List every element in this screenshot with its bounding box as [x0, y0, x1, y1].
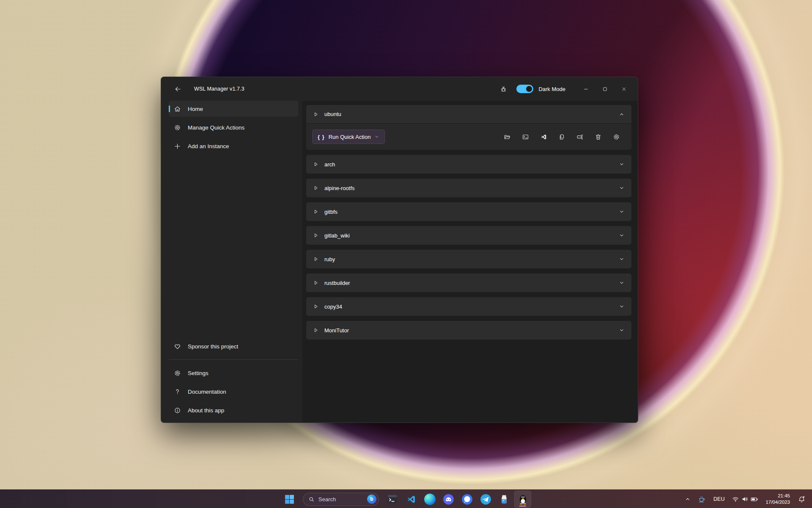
taskbar-app-terminal[interactable] [384, 491, 401, 508]
close-button[interactable] [614, 82, 634, 96]
run-quick-action-button[interactable]: { } Run Quick Action [312, 130, 385, 144]
sidebar-item-label: About this app [188, 407, 224, 414]
minimize-icon [583, 86, 589, 92]
vscode-app-icon [406, 494, 417, 505]
gear-icon [174, 370, 181, 377]
instance-name: ubuntu [324, 111, 613, 117]
play-icon[interactable] [313, 209, 319, 215]
bing-icon: b [367, 494, 376, 504]
desktop: WSL Manager v1.7.3 Dark Mode [0, 0, 812, 508]
hidden-icons-button[interactable] [683, 491, 693, 507]
bug-report-icon [500, 86, 507, 93]
instance-action-icons [501, 131, 622, 143]
chevron-down-icon[interactable] [619, 185, 625, 191]
instance-name: gitlab_wiki [324, 232, 613, 239]
instance-row-arch[interactable]: arch [306, 155, 631, 174]
selection-indicator [169, 105, 170, 112]
telegram-app-icon [480, 494, 491, 505]
sidebar-item-about[interactable]: About this app [169, 402, 298, 418]
active-app-indicator [519, 505, 526, 507]
info-icon [174, 407, 181, 414]
sidebar-item-add-an-instance[interactable]: Add an Instance [169, 138, 298, 154]
instance-row-alpine-rootfs[interactable]: alpine-rootfs [306, 179, 631, 197]
search-placeholder: Search [318, 496, 363, 502]
chevron-down-icon[interactable] [619, 232, 625, 238]
plus-icon [174, 143, 181, 150]
coffee-cup-icon [698, 495, 706, 503]
instance-row-gitlab-wiki[interactable]: gitlab_wiki [306, 226, 631, 245]
play-icon[interactable] [313, 161, 319, 167]
instance-settings-button[interactable] [610, 131, 622, 143]
instance-row-monitutor[interactable]: MoniTutor [306, 321, 631, 340]
wifi-icon [732, 495, 739, 503]
open-vscode-button[interactable] [538, 131, 549, 143]
taskbar-app-edge[interactable] [421, 491, 438, 508]
rename-instance-button[interactable] [574, 131, 586, 143]
sidebar-spacer [169, 157, 298, 338]
chevron-down-icon[interactable] [619, 327, 625, 333]
instance-header-ubuntu[interactable]: ubuntu [306, 105, 631, 124]
play-icon[interactable] [313, 327, 319, 333]
wsl-manager-window: WSL Manager v1.7.3 Dark Mode [161, 77, 638, 423]
volume-icon [741, 495, 749, 503]
edge-app-icon [424, 494, 436, 505]
taskbar-app-telegram[interactable] [477, 491, 494, 508]
maximize-icon [602, 86, 608, 92]
linux-tux-app-icon [517, 494, 529, 505]
dark-mode-toggle[interactable] [516, 85, 533, 93]
play-icon[interactable] [313, 232, 319, 238]
chevron-down-icon[interactable] [619, 161, 625, 167]
chevron-down-icon[interactable] [619, 209, 625, 215]
windows-start-icon [284, 494, 295, 505]
delete-instance-button[interactable] [592, 131, 604, 143]
notification-center-button[interactable] [796, 491, 808, 507]
quick-settings-button[interactable] [730, 495, 760, 503]
home-icon [174, 105, 181, 113]
chevron-down-icon[interactable] [619, 256, 625, 262]
copy-instance-button[interactable] [556, 131, 568, 143]
play-icon[interactable] [313, 280, 319, 286]
open-folder-button[interactable] [501, 131, 513, 143]
open-folder-icon [504, 133, 511, 141]
chevron-down-icon[interactable] [619, 280, 625, 286]
chevron-up-icon[interactable] [619, 111, 625, 117]
instance-name: rustbuilder [324, 280, 613, 286]
sidebar-item-settings[interactable]: Settings [169, 365, 298, 381]
play-icon[interactable] [313, 256, 319, 262]
instance-name: MoniTutor [324, 327, 613, 334]
play-icon[interactable] [313, 111, 319, 117]
chevron-down-icon[interactable] [619, 304, 625, 309]
sidebar: Home Manage Quick Actions Add an Instanc… [161, 101, 302, 422]
play-icon[interactable] [313, 304, 319, 309]
sidebar-item-sponsor[interactable]: Sponsor this project [169, 338, 298, 354]
search-box[interactable]: Search b [303, 493, 379, 506]
minimize-button[interactable] [576, 82, 595, 96]
sidebar-item-documentation[interactable]: Documentation [169, 384, 298, 400]
question-icon [174, 388, 181, 395]
taskbar-app-vscode[interactable] [403, 491, 420, 508]
sidebar-item-home[interactable]: Home [169, 101, 298, 117]
taskbar-app-wsl-manager[interactable] [514, 491, 531, 508]
sidebar-item-manage-quick-actions[interactable]: Manage Quick Actions [169, 119, 298, 135]
instance-row-copy34[interactable]: copy34 [306, 297, 631, 316]
taskbar-app-jar[interactable] [496, 491, 513, 508]
instance-row-gitbfs[interactable]: gitbfs [306, 202, 631, 221]
language-indicator[interactable]: DEU [711, 491, 727, 507]
back-button[interactable] [170, 83, 185, 95]
tray-app-coffee[interactable] [696, 491, 708, 507]
sidebar-item-label: Manage Quick Actions [188, 124, 244, 131]
clock-button[interactable]: 21:45 17/04/2023 [763, 493, 793, 505]
taskbar-app-signal[interactable] [458, 491, 475, 508]
open-terminal-button[interactable] [519, 131, 531, 143]
instance-row-rustbuilder[interactable]: rustbuilder [306, 273, 631, 292]
start-button[interactable] [281, 491, 298, 508]
play-icon[interactable] [313, 185, 319, 191]
search-icon [308, 496, 315, 502]
dark-mode-label: Dark Mode [538, 86, 565, 92]
bug-report-button[interactable] [496, 83, 510, 95]
terminal-app-icon [387, 494, 398, 505]
taskbar-app-discord[interactable] [440, 491, 457, 508]
terminal-icon [522, 133, 529, 141]
maximize-button[interactable] [595, 82, 614, 96]
instance-row-ruby[interactable]: ruby [306, 250, 631, 268]
